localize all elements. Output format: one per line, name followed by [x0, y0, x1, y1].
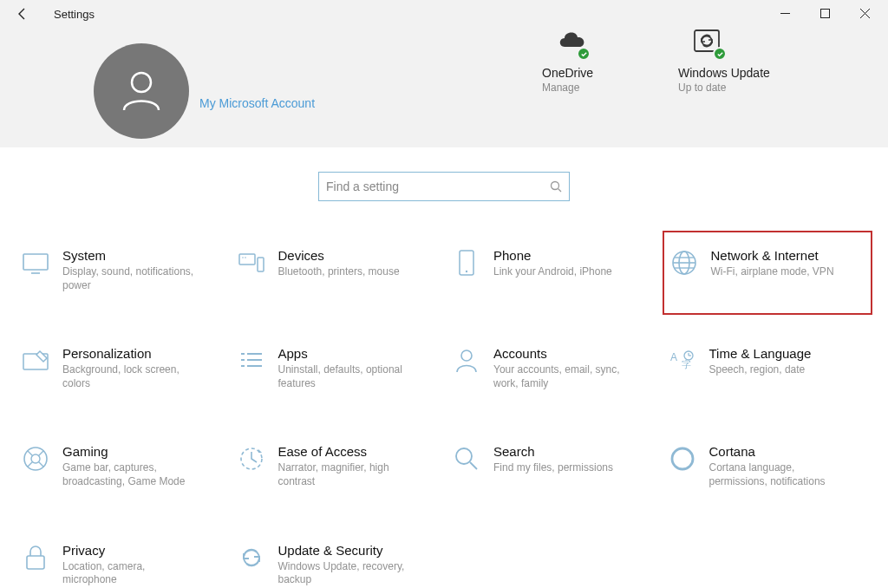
- svg-point-13: [245, 257, 246, 258]
- category-title: Time & Language: [709, 346, 812, 361]
- update-title: Windows Update: [678, 66, 770, 80]
- category-cortana[interactable]: CortanaCortana language, permissions, no…: [663, 439, 873, 493]
- category-title: Cortana: [709, 444, 844, 459]
- svg-point-12: [242, 257, 244, 258]
- network-icon: [669, 248, 699, 278]
- onedrive-title: OneDrive: [542, 66, 593, 80]
- search-icon: [452, 444, 481, 474]
- category-title: Apps: [278, 346, 413, 361]
- onedrive-subtitle: Manage: [542, 82, 579, 94]
- category-accounts[interactable]: AccountsYour accounts, email, sync, work…: [447, 341, 657, 395]
- search-icon: [550, 180, 562, 193]
- time-icon: A字: [668, 346, 697, 376]
- svg-line-38: [470, 462, 477, 469]
- svg-rect-11: [258, 258, 264, 271]
- user-avatar[interactable]: [94, 43, 189, 139]
- category-apps[interactable]: AppsUninstall, defaults, optional featur…: [232, 341, 442, 395]
- close-button[interactable]: [845, 0, 885, 26]
- category-personalization[interactable]: PersonalizationBackground, lock screen, …: [16, 341, 226, 395]
- accounts-icon: [452, 346, 481, 376]
- svg-point-15: [466, 271, 467, 272]
- category-title: Accounts: [493, 346, 628, 361]
- checkmark-badge-icon: [577, 47, 591, 61]
- devices-icon: [237, 248, 266, 278]
- update-subtitle: Up to date: [678, 82, 726, 94]
- category-description: Your accounts, email, sync, work, family: [493, 363, 628, 390]
- onedrive-status[interactable]: OneDrive Manage: [542, 28, 646, 94]
- svg-point-4: [132, 73, 151, 92]
- svg-line-7: [558, 189, 562, 193]
- category-description: Display, sound, notifications, power: [62, 265, 197, 292]
- svg-point-28: [461, 350, 472, 361]
- category-title: Devices: [278, 248, 400, 263]
- svg-rect-40: [27, 556, 44, 569]
- back-button[interactable]: [10, 2, 35, 26]
- category-description: Background, lock screen, colors: [62, 363, 197, 390]
- personalization-icon: [21, 346, 50, 376]
- window-title: Settings: [54, 8, 95, 21]
- svg-rect-8: [23, 254, 48, 270]
- category-title: Update & Security: [278, 543, 413, 558]
- checkmark-badge-icon: [713, 47, 727, 61]
- category-description: Windows Update, recovery, backup: [278, 560, 413, 587]
- category-description: Narrator, magnifier, high contrast: [278, 461, 413, 488]
- windows-update-status[interactable]: Windows Update Up to date: [678, 28, 808, 94]
- category-title: Search: [493, 444, 613, 459]
- category-description: Cortana language, permissions, notificat…: [709, 461, 844, 488]
- category-description: Bluetooth, printers, mouse: [278, 265, 400, 279]
- category-description: Location, camera, microphone: [62, 560, 197, 587]
- svg-point-39: [672, 448, 693, 469]
- category-network[interactable]: Network & InternetWi-Fi, airplane mode, …: [663, 231, 873, 315]
- category-description: Find my files, permissions: [493, 461, 613, 475]
- microsoft-account-link[interactable]: My Microsoft Account: [199, 96, 315, 110]
- search-box[interactable]: [318, 172, 570, 201]
- category-description: Wi-Fi, airplane mode, VPN: [711, 265, 834, 279]
- category-phone[interactable]: PhoneLink your Android, iPhone: [447, 243, 657, 297]
- ease-icon: [237, 444, 266, 474]
- apps-icon: [237, 346, 266, 376]
- svg-text:字: 字: [682, 359, 691, 369]
- svg-point-37: [456, 448, 472, 464]
- gaming-icon: [21, 444, 50, 474]
- privacy-icon: [21, 543, 50, 572]
- svg-rect-10: [239, 254, 255, 265]
- category-description: Uninstall, defaults, optional features: [278, 363, 413, 390]
- category-title: Phone: [493, 248, 612, 263]
- category-title: Ease of Access: [278, 444, 413, 459]
- category-title: Personalization: [62, 346, 197, 361]
- minimize-button[interactable]: [765, 0, 805, 26]
- phone-icon: [452, 248, 481, 278]
- category-title: System: [62, 248, 197, 263]
- category-time[interactable]: A字Time & LanguageSpeech, region, date: [663, 341, 873, 395]
- category-update[interactable]: Update & SecurityWindows Update, recover…: [232, 538, 442, 588]
- svg-rect-1: [820, 9, 829, 17]
- category-description: Game bar, captures, broadcasting, Game M…: [62, 461, 197, 488]
- category-title: Privacy: [62, 543, 197, 558]
- category-description: Link your Android, iPhone: [493, 265, 612, 279]
- category-search[interactable]: SearchFind my files, permissions: [447, 439, 657, 493]
- maximize-button[interactable]: [805, 0, 845, 26]
- svg-point-6: [552, 182, 559, 190]
- cortana-icon: [668, 444, 697, 474]
- category-privacy[interactable]: PrivacyLocation, camera, microphone: [16, 538, 226, 588]
- system-icon: [21, 248, 50, 278]
- search-input[interactable]: [326, 180, 550, 193]
- category-title: Network & Internet: [711, 248, 834, 263]
- svg-text:A: A: [670, 351, 677, 363]
- category-ease[interactable]: Ease of AccessNarrator, magnifier, high …: [232, 439, 442, 493]
- category-system[interactable]: SystemDisplay, sound, notifications, pow…: [16, 243, 226, 297]
- category-title: Gaming: [62, 444, 197, 459]
- category-gaming[interactable]: GamingGame bar, captures, broadcasting, …: [16, 439, 226, 493]
- category-devices[interactable]: DevicesBluetooth, printers, mouse: [232, 243, 442, 297]
- category-description: Speech, region, date: [709, 363, 812, 377]
- svg-point-35: [31, 454, 40, 463]
- update-icon: [237, 543, 266, 572]
